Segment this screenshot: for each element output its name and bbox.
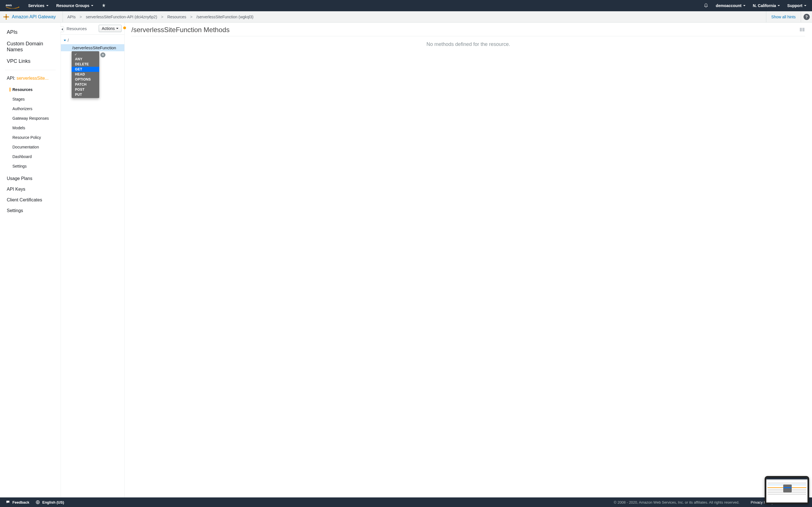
resource-groups-menu[interactable]: Resource Groups: [56, 3, 93, 8]
sidebar-item-global-settings[interactable]: Settings: [0, 205, 61, 216]
tree-root-node[interactable]: /: [61, 38, 124, 43]
resources-panel-title: Resources: [66, 26, 87, 31]
main-area: APIs Custom Domain Names VPC Links API: …: [0, 22, 812, 497]
sidebar-item-apis[interactable]: APIs: [0, 26, 61, 38]
services-menu[interactable]: Services: [28, 3, 49, 8]
method-option-options[interactable]: OPTIONS: [71, 77, 99, 82]
empty-state-text: No methods defined for the resource.: [132, 41, 805, 47]
dropdown-selected-check[interactable]: [71, 52, 99, 57]
caret-down-icon: [804, 5, 806, 6]
globe-icon: [36, 500, 40, 504]
svg-text:aws: aws: [6, 3, 12, 7]
region-label: N. California: [753, 3, 776, 8]
method-dropdown[interactable]: ANY DELETE GET HEAD OPTIONS PATCH POST P…: [71, 51, 99, 98]
show-all-hints-link[interactable]: Show all hints: [766, 11, 801, 22]
divider: [5, 70, 56, 70]
sidebar-item-dashboard[interactable]: Dashboard: [0, 152, 61, 161]
root-path-label: /: [68, 38, 69, 43]
chevron-right-icon: >: [190, 15, 192, 19]
method-option-head[interactable]: HEAD: [71, 72, 99, 77]
sidebar-item-custom-domain-names[interactable]: Custom Domain Names: [0, 38, 61, 55]
collapse-panel-toggle[interactable]: [61, 26, 64, 32]
actions-button[interactable]: Actions: [99, 25, 121, 32]
speech-bubble-icon: [6, 500, 10, 504]
sidebar-item-resources[interactable]: Resources: [0, 85, 61, 94]
sidebar-item-documentation[interactable]: Documentation: [0, 142, 61, 152]
help-icon: ?: [804, 14, 810, 20]
global-nav: aws Services Resource Groups demoaccount…: [0, 0, 812, 11]
method-option-patch[interactable]: PATCH: [71, 82, 99, 87]
sidebar-item-vpc-links[interactable]: VPC Links: [0, 55, 61, 67]
api-label: API: serverlessSite...: [0, 76, 61, 81]
page-title: /serverlessSiteFunction Methods: [132, 26, 230, 34]
service-bar: Amazon API Gateway APIs > serverlessSite…: [0, 11, 812, 22]
language-selector[interactable]: English (US): [36, 500, 64, 504]
support-label: Support: [787, 3, 802, 8]
sidebar-item-usage-plans[interactable]: Usage Plans: [0, 173, 61, 184]
sidebar-item-settings[interactable]: Settings: [0, 161, 61, 171]
breadcrumb-resources[interactable]: Resources: [167, 15, 186, 19]
method-option-delete[interactable]: DELETE: [71, 62, 99, 67]
feedback-link[interactable]: Feedback: [6, 500, 29, 504]
hint-badge[interactable]: [123, 26, 126, 30]
caret-down-icon: [777, 5, 780, 6]
chevron-right-icon: >: [161, 15, 163, 19]
copyright-text: © 2008 - 2020, Amazon Web Services, Inc.…: [614, 500, 740, 504]
caret-down-icon: [91, 5, 93, 6]
pin-icon: [101, 3, 106, 8]
resource-tree: / /serverlessSiteFunction ✕ ANY DELETE G…: [61, 35, 124, 62]
left-sidebar: APIs Custom Domain Names VPC Links API: …: [0, 22, 61, 497]
close-icon: ✕: [101, 53, 104, 57]
sidebar-item-gateway-responses[interactable]: Gateway Responses: [0, 114, 61, 123]
actions-label: Actions: [102, 26, 115, 31]
cancel-method-button[interactable]: ✕: [100, 52, 105, 57]
chevron-right-icon: >: [80, 15, 82, 19]
tree-child-node[interactable]: /serverlessSiteFunction: [61, 44, 124, 51]
sidebar-item-resource-policy[interactable]: Resource Policy: [0, 133, 61, 142]
help-button[interactable]: ?: [801, 11, 812, 22]
breadcrumb-resource-path[interactable]: /serverlessSiteFunction (wgkql3): [197, 15, 253, 19]
service-home-link[interactable]: Amazon API Gateway: [12, 14, 56, 19]
caret-down-icon: [743, 5, 746, 6]
breadcrumb-api-name[interactable]: serverlessSiteFunction-API (dci4zny6p2): [86, 15, 157, 19]
pin-shortcut[interactable]: [101, 3, 106, 8]
sidebar-item-api-keys[interactable]: API Keys: [0, 184, 61, 194]
feedback-label: Feedback: [12, 500, 29, 504]
api-label-prefix: API:: [7, 76, 17, 80]
caret-down-icon: [64, 40, 66, 41]
account-label: demoaccount: [716, 3, 742, 8]
method-option-get[interactable]: GET: [71, 67, 99, 72]
method-option-put[interactable]: PUT: [71, 92, 99, 97]
resources-panel: Resources Actions / /serverlessSiteFunct…: [61, 22, 124, 497]
bell-icon: [703, 3, 709, 8]
api-gateway-icon: [3, 13, 10, 20]
svg-point-3: [5, 16, 7, 18]
caret-down-icon: [116, 28, 118, 29]
account-menu[interactable]: demoaccount: [716, 3, 746, 8]
content-pane: /serverlessSiteFunction Methods No metho…: [124, 22, 812, 497]
notifications[interactable]: [703, 3, 709, 8]
resource-groups-label: Resource Groups: [56, 3, 89, 8]
sidebar-item-models[interactable]: Models: [0, 123, 61, 133]
breadcrumb: APIs > serverlessSiteFunction-API (dci4z…: [63, 11, 253, 22]
support-menu[interactable]: Support: [787, 3, 806, 8]
documentation-icon[interactable]: [799, 27, 805, 33]
preview-thumbnail[interactable]: [765, 476, 809, 504]
aws-logo[interactable]: aws: [6, 3, 20, 8]
api-name[interactable]: serverlessSite...: [17, 76, 49, 80]
services-label: Services: [28, 3, 45, 8]
language-label: English (US): [42, 500, 64, 504]
caret-down-icon: [46, 5, 49, 6]
sidebar-item-client-certificates[interactable]: Client Certificates: [0, 194, 61, 205]
sidebar-item-stages[interactable]: Stages: [0, 94, 61, 104]
breadcrumb-apis[interactable]: APIs: [67, 15, 76, 19]
region-menu[interactable]: N. California: [753, 3, 780, 8]
method-option-post[interactable]: POST: [71, 87, 99, 92]
footer: Feedback English (US) © 2008 - 2020, Ama…: [0, 497, 812, 507]
method-select-row: ✕ ANY DELETE GET HEAD OPTIONS PATCH POST…: [61, 51, 124, 59]
sidebar-item-authorizers[interactable]: Authorizers: [0, 104, 61, 114]
method-option-any[interactable]: ANY: [71, 57, 99, 62]
